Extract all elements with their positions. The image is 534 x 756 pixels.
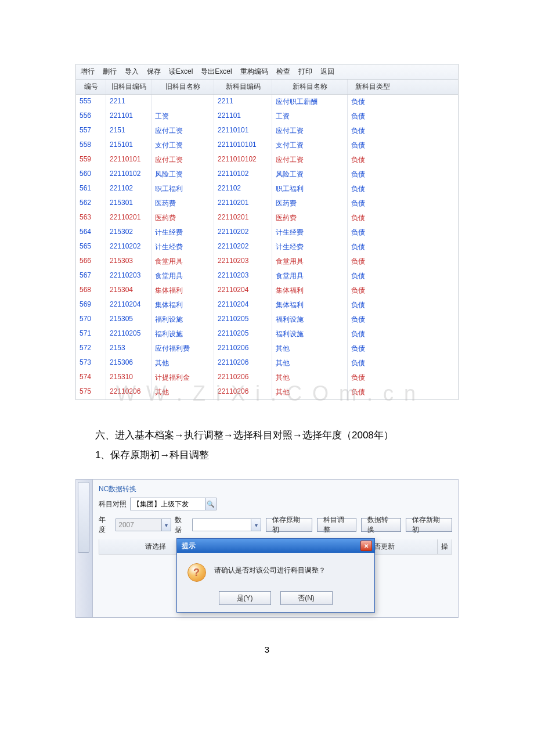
cell: 应付工资 (272, 153, 348, 167)
table-row[interactable]: 558215101支付工资2211010101支付工资负债 (76, 138, 458, 153)
cell: 221102 (214, 182, 272, 196)
grid-header: 编号 旧科目编码 旧科目名称 新科目编码 新科目名称 新科目类型 (76, 80, 458, 95)
col-new-type: 新科目类型 (348, 80, 398, 94)
dialog-title: 提示 (182, 541, 196, 551)
cell: 其他 (151, 356, 214, 370)
close-icon[interactable]: ✕ (360, 541, 372, 551)
table-row[interactable]: 561221102职工福利221102职工福利负债 (76, 182, 458, 196)
cell: 215301 (106, 196, 151, 211)
btn-no[interactable]: 否(N) (280, 591, 333, 605)
cell: 22110102 (214, 167, 272, 182)
cell: 负债 (348, 254, 398, 269)
search-icon[interactable]: 🔍 (205, 498, 217, 510)
btn-save-old[interactable]: 保存原期初 (266, 518, 312, 532)
input-map[interactable]: 【集团】上级下发 (130, 498, 205, 510)
cell: 215310 (106, 370, 151, 385)
btn-import[interactable]: 导入 (125, 67, 139, 77)
cell: 计生经费 (151, 240, 214, 254)
scrollbar[interactable] (75, 479, 93, 618)
cell: 负债 (348, 153, 398, 167)
cell: 571 (76, 327, 106, 341)
cell: 福利设施 (272, 327, 348, 341)
table-row[interactable]: 568215304集体福利22110204集体福利负债 (76, 283, 458, 298)
cell: 计生经费 (272, 225, 348, 240)
btn-check[interactable]: 检查 (276, 67, 290, 77)
cell: 负债 (348, 211, 398, 225)
cell: 负债 (348, 196, 398, 211)
btn-convert[interactable]: 数据转换 (361, 518, 400, 532)
table-row[interactable]: 56322110201医药费22110201医药费负债 (76, 211, 458, 225)
btn-yes[interactable]: 是(Y) (219, 591, 271, 605)
btn-adjust[interactable]: 科目调整 (317, 518, 356, 532)
table-row[interactable]: 55522112211应付职工薪酬负债 (76, 95, 458, 109)
table-row[interactable]: 57122110205福利设施22110205福利设施负债 (76, 327, 458, 341)
chevron-down-icon[interactable]: ▾ (161, 519, 171, 531)
cell: 2211010101 (214, 138, 272, 153)
table-row[interactable]: 56922110204集体福利22110204集体福利负债 (76, 298, 458, 312)
cell: 应付福利费 (151, 341, 214, 356)
btn-add-row[interactable]: 增行 (81, 67, 95, 77)
cell: 负债 (348, 240, 398, 254)
cell: 负债 (348, 124, 398, 138)
table-row[interactable]: 570215305福利设施22110205福利设施负债 (76, 312, 458, 327)
table-row[interactable]: 5572151应付工资22110101应付工资负债 (76, 124, 458, 138)
btn-export-excel[interactable]: 导出Excel (201, 67, 232, 77)
cell: 22110201 (106, 211, 151, 225)
cell: 负债 (348, 109, 398, 124)
cell: 568 (76, 283, 106, 298)
btn-return[interactable]: 返回 (320, 67, 334, 77)
table-row[interactable]: 56522110202计生经费22110202计生经费负债 (76, 240, 458, 254)
cell: 566 (76, 254, 106, 269)
col-id: 编号 (76, 80, 106, 94)
btn-read-excel[interactable]: 读Excel (169, 67, 193, 77)
cell: 其他 (272, 341, 348, 356)
btn-save-new[interactable]: 保存新期初 (406, 518, 452, 532)
chevron-down-icon[interactable]: ▾ (251, 519, 261, 531)
label-map: 科目对照 (99, 499, 127, 509)
col-new-code: 新科目编码 (214, 80, 272, 94)
label-year: 年度 (99, 515, 112, 535)
table-row[interactable]: 564215302计生经费22110202计生经费负债 (76, 225, 458, 240)
cell: 555 (76, 95, 106, 109)
cell: 食堂用具 (151, 269, 214, 283)
btn-save[interactable]: 保存 (147, 67, 161, 77)
cell: 22110205 (214, 312, 272, 327)
btn-del-row[interactable]: 删行 (103, 67, 117, 77)
btn-rebuild-code[interactable]: 重构编码 (240, 67, 268, 77)
table-row[interactable]: 573215306其他22110206其他负债 (76, 356, 458, 370)
cell: 负债 (348, 341, 398, 356)
table-row[interactable]: 566215303食堂用具22110203食堂用具负债 (76, 254, 458, 269)
page-number: 3 (75, 645, 459, 654)
cell: 221102 (106, 182, 151, 196)
cell: 556 (76, 109, 106, 124)
scroll-thumb[interactable] (78, 482, 89, 553)
cell: 风险工资 (151, 167, 214, 182)
cell: 22110102 (106, 167, 151, 182)
cell: 职工福利 (272, 182, 348, 196)
cell: 福利设施 (151, 327, 214, 341)
table-row[interactable]: 556221101工资221101工资负债 (76, 109, 458, 124)
dialog-titlebar: 提示 ✕ (177, 539, 374, 553)
input-data[interactable] (192, 519, 252, 531)
table-row[interactable]: 57522110206其他22110206其他负债 (76, 385, 458, 399)
table-row[interactable]: 5722153应付福利费22110206其他负债 (76, 341, 458, 356)
cell: 集体福利 (272, 298, 348, 312)
cell: 福利设施 (151, 312, 214, 327)
btn-print[interactable]: 打印 (298, 67, 312, 77)
cell: 215306 (106, 356, 151, 370)
table-row[interactable]: 562215301医药费22110201医药费负债 (76, 196, 458, 211)
input-year[interactable]: 2007 (116, 519, 162, 531)
table-row[interactable]: 56022110102风险工资22110102风险工资负债 (76, 167, 458, 182)
col-old-name: 旧科目名称 (151, 80, 214, 94)
cell: 医药费 (151, 211, 214, 225)
table-row[interactable]: 56722110203食堂用具22110203食堂用具负债 (76, 269, 458, 283)
cell: 支付工资 (151, 138, 214, 153)
cell: 食堂用具 (272, 254, 348, 269)
cell: 22110205 (214, 327, 272, 341)
col-new-name: 新科目名称 (272, 80, 348, 94)
table-row[interactable]: 574215310计提福利金22110206其他负债 (76, 370, 458, 385)
table-row[interactable]: 55922110101应付工资2211010102应付工资负债 (76, 153, 458, 167)
toolbar: 增行 删行 导入 保存 读Excel 导出Excel 重构编码 检查 打印 返回 (75, 64, 459, 80)
cell: 567 (76, 269, 106, 283)
cell: 22110206 (214, 370, 272, 385)
